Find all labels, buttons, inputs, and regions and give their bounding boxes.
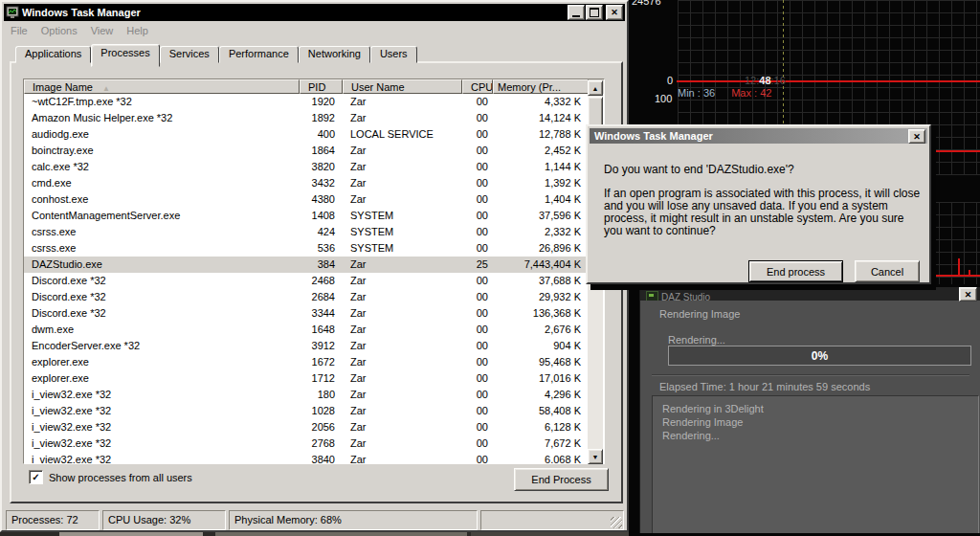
cell-name: i_view32.exe *32: [24, 419, 300, 436]
column-header-memory[interactable]: Memory (Pr...: [493, 79, 589, 94]
process-row[interactable]: boinctray.exe1864Zar002,452 K: [24, 143, 604, 159]
process-row[interactable]: csrss.exe424SYSTEM002,332 K: [24, 224, 604, 240]
dialog-titlebar[interactable]: Windows Task Manager ✕: [590, 128, 927, 144]
cell-pid: 4380: [300, 191, 343, 208]
end-process-button[interactable]: End Process: [514, 468, 609, 491]
cell-mem: 4,296 K: [493, 387, 589, 403]
cell-user: Zar: [343, 159, 462, 175]
column-header-user-name[interactable]: User Name: [343, 79, 462, 94]
cell-name: dwm.exe: [24, 322, 300, 338]
process-row[interactable]: ContentManagementServer.exe1408SYSTEM003…: [24, 208, 604, 224]
resize-grip[interactable]: [611, 517, 622, 528]
cell-pid: 3840: [300, 452, 343, 463]
cell-mem: 1,404 K: [493, 191, 589, 208]
process-row[interactable]: Discord.exe *322684Zar0029,932 K: [24, 289, 604, 305]
tab-performance[interactable]: Performance: [219, 46, 299, 63]
cell-cpu: 00: [462, 126, 493, 143]
cell-mem: 136,368 K: [493, 305, 589, 322]
cell-cpu: 00: [462, 240, 493, 257]
min-label: Min : 36: [678, 87, 715, 99]
tab-applications[interactable]: Applications: [15, 46, 91, 63]
scroll-down-button[interactable]: ▼: [588, 449, 603, 464]
process-row[interactable]: Discord.exe *322468Zar0037,688 K: [24, 273, 604, 289]
process-row[interactable]: ~wtC12F.tmp.exe *321920Zar004,332 K: [24, 94, 604, 110]
scroll-up-button[interactable]: ▲: [588, 80, 603, 96]
close-button[interactable]: ✕: [606, 5, 623, 20]
render-log-list[interactable]: Rendering in 3DelightRendering ImageRend…: [652, 395, 979, 533]
menu-options[interactable]: Options: [34, 25, 84, 36]
taskbar-sliver: [0, 532, 629, 536]
graph-time-label: 12:48:16: [745, 75, 786, 86]
process-row[interactable]: i_view32.exe *322056Zar006,128 K: [24, 419, 604, 436]
maximize-button[interactable]: [586, 5, 603, 20]
cell-cpu: 25: [462, 257, 493, 273]
cell-user: Zar: [343, 143, 462, 159]
process-row[interactable]: audiodg.exe400LOCAL SERVICE0012,788 K: [24, 126, 604, 143]
menu-view[interactable]: View: [84, 25, 121, 36]
render-log-line: Rendering Image: [662, 415, 978, 429]
task-manager-titlebar[interactable]: Windows Task Manager ✕: [4, 4, 625, 21]
process-row[interactable]: Discord.exe *323344Zar00136,368 K: [24, 305, 604, 322]
cell-pid: 3344: [300, 305, 343, 322]
cell-name: cmd.exe: [24, 175, 300, 191]
menu-file[interactable]: File: [4, 25, 34, 36]
render-close-button[interactable]: ✕: [959, 287, 977, 302]
cell-mem: 37,688 K: [493, 273, 589, 289]
status-pane-3: Physical Memory: 68%: [229, 510, 478, 530]
cell-pid: 536: [300, 240, 343, 257]
cell-user: Zar: [343, 94, 462, 110]
render-progress-window: DAZ Studio ✕ Rendering Image Rendering..…: [639, 287, 980, 533]
process-row[interactable]: cmd.exe3432Zar001,392 K: [24, 175, 604, 191]
process-row[interactable]: calc.exe *323820Zar001,144 K: [24, 159, 604, 175]
process-row[interactable]: csrss.exe536SYSTEM0026,896 K: [24, 240, 604, 257]
process-row[interactable]: DAZStudio.exe384Zar257,443,404 K: [24, 257, 604, 273]
process-row[interactable]: Amazon Music Helper.exe *321892Zar0014,1…: [24, 110, 604, 126]
tab-processes[interactable]: Processes: [91, 44, 159, 67]
tab-services[interactable]: Services: [160, 46, 219, 63]
cell-name: Amazon Music Helper.exe *32: [24, 110, 300, 126]
cell-pid: 424: [300, 224, 343, 240]
process-row[interactable]: dwm.exe1648Zar002,676 K: [24, 322, 604, 338]
tab-users[interactable]: Users: [370, 46, 417, 63]
process-row[interactable]: i_view32.exe *32180Zar004,296 K: [24, 387, 604, 403]
process-row[interactable]: explorer.exe1672Zar0095,468 K: [24, 354, 604, 370]
process-row[interactable]: explorer.exe1712Zar0017,016 K: [24, 370, 604, 387]
menu-help[interactable]: Help: [120, 25, 155, 36]
column-header-pid[interactable]: PID: [300, 79, 343, 94]
cell-name: ~wtC12F.tmp.exe *32: [24, 94, 300, 110]
process-row[interactable]: conhost.exe4380Zar001,404 K: [24, 191, 604, 208]
cell-mem: 26,896 K: [493, 240, 589, 257]
cell-mem: 37,596 K: [493, 208, 589, 224]
cell-user: Zar: [343, 387, 462, 403]
task-manager-window: Windows Task Manager ✕ FileOptionsViewHe…: [0, 0, 629, 532]
process-row[interactable]: i_view32.exe *322768Zar007,672 K: [24, 436, 604, 452]
time-suffix: :16: [771, 75, 786, 86]
graph-line-1: [677, 80, 980, 82]
show-all-users-checkbox-row: ✓ Show processes from all users: [29, 470, 192, 484]
column-header-image-name[interactable]: Image Name▲: [24, 79, 300, 94]
cell-user: LOCAL SERVICE: [343, 126, 462, 143]
column-header-cpu[interactable]: CPU: [462, 79, 493, 94]
graph-zero-label: 0: [661, 75, 673, 86]
process-row[interactable]: i_view32.exe *323840Zar006,068 K: [24, 452, 604, 463]
task-manager-title: Windows Task Manager: [22, 7, 567, 18]
status-pane-4: [480, 510, 624, 530]
show-all-users-checkbox[interactable]: ✓: [29, 470, 43, 484]
process-rows: ~wtC12F.tmp.exe *321920Zar004,332 KAmazo…: [24, 94, 604, 463]
render-titlebar[interactable]: DAZ Studio: [640, 287, 980, 301]
cell-mem: 58,408 K: [493, 403, 589, 419]
show-all-users-label: Show processes from all users: [49, 472, 192, 483]
dialog-close-button[interactable]: ✕: [908, 129, 925, 144]
tab-networking[interactable]: Networking: [299, 46, 370, 63]
cell-name: Discord.exe *32: [24, 273, 300, 289]
dialog-cancel-button[interactable]: Cancel: [855, 260, 920, 282]
minimize-button[interactable]: [568, 5, 585, 20]
cell-name: explorer.exe: [24, 354, 300, 370]
cell-pid: 384: [300, 257, 343, 273]
sort-ascending-icon: ▲: [102, 84, 110, 93]
process-row[interactable]: i_view32.exe *321028Zar0058,408 K: [24, 403, 604, 419]
cell-cpu: 00: [462, 338, 493, 354]
process-row[interactable]: EncoderServer.exe *323912Zar00904 K: [24, 338, 604, 354]
cell-mem: 6,068 K: [493, 452, 589, 463]
dialog-end-process-button[interactable]: End process: [748, 260, 843, 282]
